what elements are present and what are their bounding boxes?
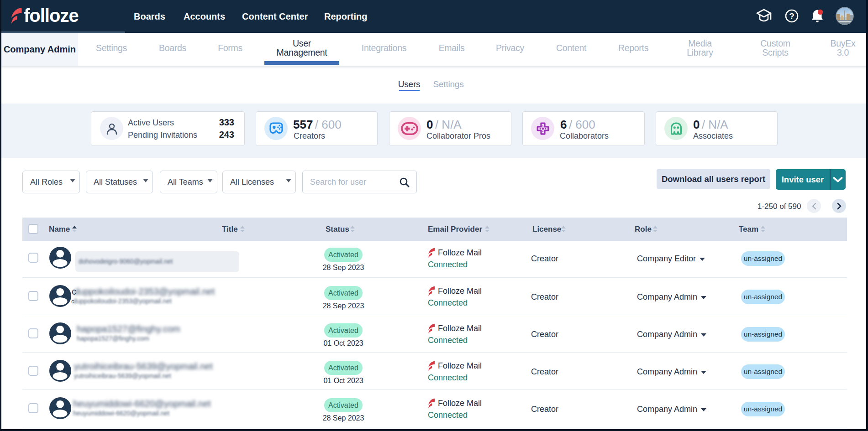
svg-text:?: ? [789, 11, 794, 21]
